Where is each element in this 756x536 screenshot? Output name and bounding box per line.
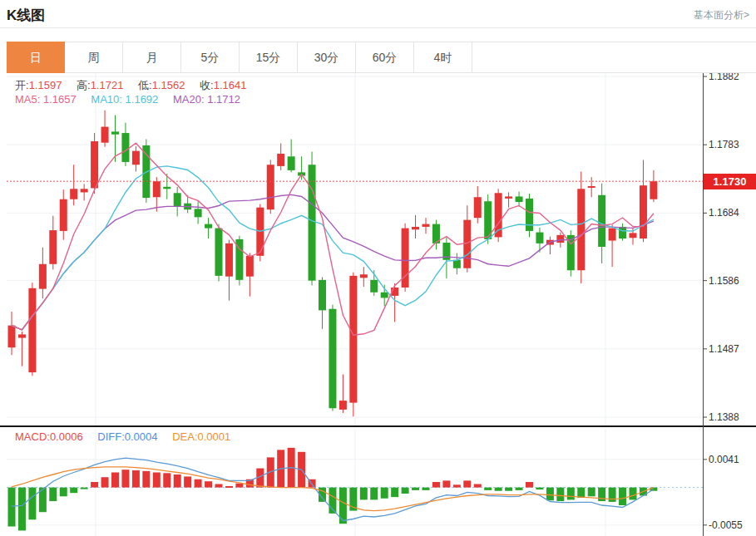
candle-body	[630, 233, 637, 238]
macd-bar	[588, 488, 595, 497]
candle-body	[277, 154, 284, 166]
y-axis-label: 1.1783	[709, 139, 739, 150]
macd-bar	[505, 488, 512, 491]
candle-body	[153, 181, 161, 197]
candle-body	[101, 127, 109, 143]
kline-macd-chart[interactable]: 1.18821.17831.16841.15861.14871.13880.00…	[0, 73, 756, 536]
macd-bar	[60, 488, 67, 497]
macd-bar	[49, 488, 57, 501]
tab-月[interactable]: 月	[123, 42, 181, 73]
y-axis-label: 1.1388	[709, 411, 739, 423]
macd-bar	[546, 488, 554, 501]
macd-bar	[536, 488, 543, 489]
macd-bar	[195, 479, 202, 488]
macd-bar	[153, 472, 161, 487]
candle-body	[49, 230, 57, 264]
tab-周[interactable]: 周	[65, 42, 123, 73]
candle-body	[174, 193, 181, 206]
candle-body	[319, 280, 326, 311]
candle-body	[163, 187, 170, 189]
candle-body	[370, 280, 378, 293]
macd-bar	[619, 488, 626, 505]
candle-body	[215, 229, 223, 276]
macd-bar	[18, 488, 26, 531]
macd-bar	[422, 488, 430, 490]
candle-body	[60, 199, 67, 231]
macd-bar	[205, 481, 212, 487]
candle-body	[195, 209, 202, 217]
candle-body	[329, 309, 336, 409]
tab-30分[interactable]: 30分	[298, 42, 356, 73]
macd-bar	[370, 488, 378, 500]
candle-body	[349, 276, 357, 403]
candle-body	[288, 156, 295, 170]
macd-bar	[101, 477, 109, 487]
candle-body	[556, 235, 564, 243]
tab-15分[interactable]: 15分	[240, 42, 298, 73]
macd-bar	[142, 471, 150, 488]
macd-bar	[463, 480, 471, 487]
macd-bar	[556, 488, 564, 501]
candle-body	[516, 196, 523, 202]
macd-bar	[567, 488, 575, 500]
y-axis-label: -0.0055	[709, 519, 743, 531]
y-axis-label: 1.1684	[709, 207, 739, 219]
candle-body	[463, 220, 471, 268]
tab-60分[interactable]: 60分	[356, 42, 414, 73]
macd-bar	[442, 480, 450, 487]
macd-bar	[526, 482, 533, 488]
macd-bar	[609, 488, 616, 502]
candle-body	[267, 165, 274, 209]
interval-tabbar: 日周月5分15分30分60分4时	[7, 42, 756, 73]
macd-bar	[132, 470, 140, 488]
candle-body	[619, 227, 626, 238]
macd-bar	[215, 484, 223, 487]
macd-bar	[121, 470, 129, 487]
y-axis-label: 1.1487	[709, 343, 739, 355]
tab-4时[interactable]: 4时	[414, 42, 472, 73]
macd-bar	[474, 484, 482, 487]
macd-bar	[174, 475, 181, 488]
candle-body	[640, 185, 647, 238]
candle-body	[474, 197, 482, 218]
candle-body	[70, 189, 77, 199]
candle-body	[339, 401, 347, 410]
candle-body	[577, 189, 585, 270]
macd-bar	[484, 488, 492, 490]
fundamental-analysis-link[interactable]: 基本面分析>	[694, 8, 749, 22]
macd-bar	[360, 488, 368, 500]
macd-bar	[381, 488, 388, 499]
macd-bar	[111, 472, 119, 487]
y-axis-label: 1.1586	[709, 275, 739, 287]
candle-body	[81, 189, 88, 192]
candle-body	[526, 199, 533, 231]
tabbar-filler	[472, 42, 756, 73]
macd-bar	[495, 488, 502, 491]
macd-bar	[516, 488, 523, 490]
y-axis-label: 1.1882	[709, 73, 739, 82]
tab-日[interactable]: 日	[7, 42, 65, 73]
candle-body	[598, 195, 605, 247]
candle-body	[39, 264, 47, 289]
tab-5分[interactable]: 5分	[181, 42, 240, 73]
candle-body	[381, 293, 388, 298]
candle-body	[412, 227, 419, 229]
candle-body	[246, 256, 254, 277]
candle-body	[132, 151, 140, 165]
candle-body	[360, 274, 368, 278]
candle-body	[8, 326, 16, 348]
candle-body	[225, 243, 233, 277]
kline-chart-area[interactable]: 1.18821.17831.16841.15861.14871.13880.00…	[0, 73, 756, 536]
macd-bar	[163, 473, 170, 487]
candle-body	[121, 133, 129, 162]
macd-bar	[70, 488, 77, 494]
macd-bar	[577, 488, 585, 498]
candle-body	[309, 165, 316, 280]
candle-body	[650, 181, 657, 199]
macd-bar	[402, 488, 409, 494]
macd-bar	[81, 488, 88, 489]
candle-body	[536, 233, 543, 243]
panel-separator	[0, 425, 756, 427]
candle-body	[28, 288, 36, 372]
candle-body	[588, 186, 595, 188]
